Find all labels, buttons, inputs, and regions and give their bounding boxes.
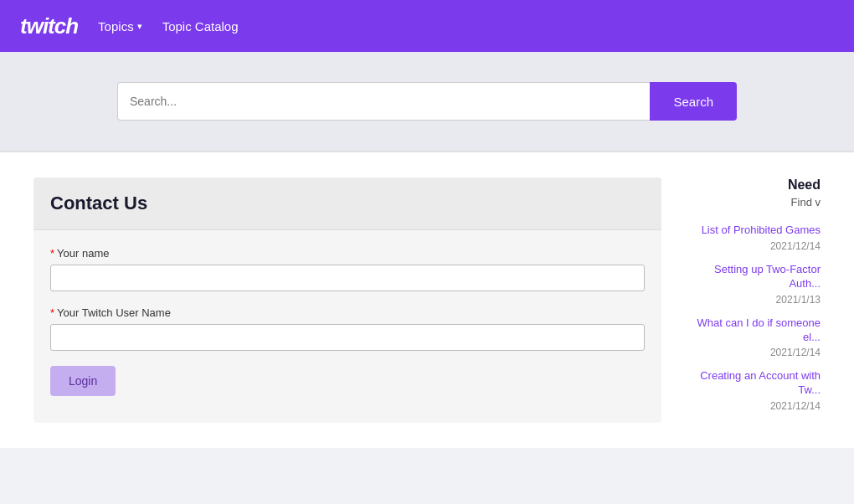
required-star-name: * <box>50 247 54 260</box>
header: twitch Topics ▾ Topic Catalog <box>0 0 854 52</box>
chevron-down-icon: ▾ <box>137 21 142 32</box>
sidebar-date-1: 2021/1/13 <box>776 294 821 306</box>
sidebar-link-1[interactable]: Setting up Two-Factor Auth... <box>687 263 821 291</box>
contact-title: Contact Us <box>50 193 645 214</box>
main-content: Contact Us *Your name *Your Twitch User … <box>0 152 854 448</box>
your-name-input[interactable] <box>50 265 645 291</box>
sidebar: Need Find v List of Prohibited Games 202… <box>687 177 821 423</box>
search-button[interactable]: Search <box>650 82 737 121</box>
sidebar-need: Need <box>687 177 821 193</box>
twitch-username-group: *Your Twitch User Name <box>50 306 645 351</box>
sidebar-find: Find v <box>687 196 821 208</box>
login-button[interactable]: Login <box>50 366 116 396</box>
required-star-twitch: * <box>50 306 54 319</box>
sidebar-link-item-2: What can I do if someone el... 2021/12/1… <box>687 316 821 360</box>
nav-topics[interactable]: Topics ▾ <box>98 19 142 33</box>
sidebar-date-2: 2021/12/14 <box>770 347 821 358</box>
sidebar-link-item-3: Creating an Account with Tw... 2021/12/1… <box>687 369 821 413</box>
logo: twitch <box>20 13 78 39</box>
topics-label: Topics <box>98 19 134 33</box>
twitch-username-label: *Your Twitch User Name <box>50 306 645 319</box>
contact-header: Contact Us <box>33 177 661 230</box>
sidebar-link-item-0: List of Prohibited Games 2021/12/14 <box>687 224 821 253</box>
search-section: Search <box>0 52 854 151</box>
sidebar-link-3[interactable]: Creating an Account with Tw... <box>687 369 821 398</box>
your-name-group: *Your name <box>50 247 645 291</box>
search-input[interactable] <box>117 82 650 121</box>
nav-topic-catalog[interactable]: Topic Catalog <box>162 19 239 33</box>
contact-form: *Your name *Your Twitch User Name Login <box>33 230 661 413</box>
sidebar-link-0[interactable]: List of Prohibited Games <box>687 224 821 238</box>
sidebar-link-item-1: Setting up Two-Factor Auth... 2021/1/13 <box>687 263 821 306</box>
your-name-label: *Your name <box>50 247 645 260</box>
contact-section: Contact Us *Your name *Your Twitch User … <box>33 177 661 423</box>
sidebar-link-2[interactable]: What can I do if someone el... <box>687 316 821 345</box>
sidebar-date-3: 2021/12/14 <box>770 400 821 412</box>
sidebar-date-0: 2021/12/14 <box>770 240 821 252</box>
search-bar: Search <box>117 82 737 121</box>
twitch-username-input[interactable] <box>50 324 645 351</box>
